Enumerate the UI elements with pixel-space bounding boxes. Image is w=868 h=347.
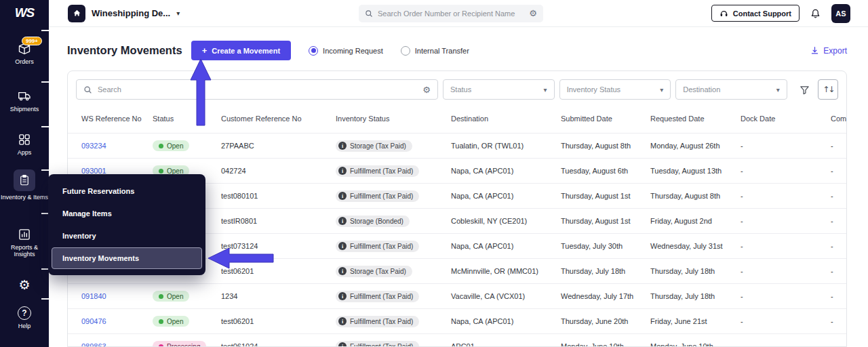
info-icon: i <box>338 242 347 250</box>
dock-date-cell: - <box>735 134 825 159</box>
sidebar-item-apps[interactable]: Apps <box>0 133 49 156</box>
filter-funnel-button[interactable] <box>796 81 814 98</box>
chevron-down-icon: ▾ <box>776 86 780 94</box>
customer-reference-cell: test073124 <box>216 234 330 259</box>
status-dot-icon <box>159 344 163 347</box>
info-icon: i <box>338 292 347 300</box>
col-destination: Destination <box>446 108 555 134</box>
search-icon <box>83 85 92 94</box>
dock-date-cell: - <box>735 159 825 184</box>
requested-date-cell: Tuesday, August 13th <box>645 159 735 184</box>
info-icon: i <box>338 267 347 275</box>
customer-reference-cell: testIR0801 <box>216 209 330 234</box>
chevron-down-icon: ▾ <box>544 86 547 94</box>
col-inventory-status: Inventory Status <box>330 108 446 134</box>
home-icon <box>68 5 85 22</box>
sidebar-item-label: Apps <box>18 149 32 156</box>
customer-reference-cell: test06201 <box>216 309 330 334</box>
menu-item-inventory-movements[interactable]: Inventory Movements <box>52 247 202 269</box>
contact-support-button[interactable]: Contact Support <box>711 5 800 22</box>
completed-date-cell: - <box>825 134 847 159</box>
status-label: Open <box>167 318 183 325</box>
table-header: WS Reference No Status Customer Referenc… <box>68 108 847 134</box>
status-label: Open <box>167 142 183 150</box>
info-icon: i <box>338 342 347 347</box>
menu-item-future-reservations[interactable]: Future Reservations <box>52 180 202 202</box>
search-settings-icon[interactable]: ⚙ <box>529 9 537 18</box>
sidebar-item-label: Orders <box>15 58 34 65</box>
submitted-date-cell: Thursday, July 18th <box>555 259 645 284</box>
requested-date-cell: Friday, June 21st <box>645 309 735 334</box>
destination-cell: Cobleskill, NY (CE201) <box>446 209 555 234</box>
status-label: Processing <box>167 343 200 347</box>
user-avatar[interactable]: AS <box>831 4 850 23</box>
status-filter-dropdown[interactable]: Status ▾ <box>443 79 555 100</box>
sidebar-item-orders[interactable]: 999+ Orders <box>0 42 49 65</box>
submitted-date-cell: Thursday, August 8th <box>555 134 645 159</box>
info-icon: i <box>338 317 347 325</box>
page-title: Inventory Movements <box>67 44 182 57</box>
sidebar-item-reports-insights[interactable]: Reports & Insights <box>0 228 49 258</box>
status-badge: Open <box>153 291 189 302</box>
sidebar-item-inventory-items[interactable]: Inventory & Items <box>0 169 49 201</box>
notifications-bell-icon[interactable] <box>810 8 821 19</box>
inventory-status-badge: i Storage (Tax Paid) <box>336 140 412 152</box>
destination-cell: Vacaville, CA (VCX01) <box>446 284 555 309</box>
table-row: 093234 Open 27PAABC i <box>68 134 847 159</box>
global-search-input[interactable] <box>378 9 524 18</box>
sidebar-divider <box>41 298 49 300</box>
radio-internal-transfer[interactable]: Internal Transfer <box>401 46 469 56</box>
dock-date-cell: - <box>735 234 825 259</box>
table-search-input[interactable] <box>98 85 417 94</box>
inventory-status-filter-dropdown[interactable]: Inventory Status ▾ <box>559 79 671 100</box>
sidebar-item-label: Shipments <box>10 106 39 113</box>
inventory-status-label: Fulfillment (Tax Paid) <box>350 243 413 250</box>
destination-filter-placeholder: Destination <box>683 85 720 94</box>
ws-reference-link[interactable]: 093234 <box>81 142 106 150</box>
destination-cell: Tualatin, OR (TWL01) <box>446 134 555 159</box>
customer-reference-cell: test06201 <box>216 259 330 284</box>
dock-date-cell: - <box>735 309 825 334</box>
radio-incoming-request[interactable]: Incoming Request <box>309 46 383 56</box>
sidebar-item-settings[interactable]: ⚙ <box>0 278 49 291</box>
ws-reference-link[interactable]: 089863 <box>81 342 106 347</box>
destination-filter-dropdown[interactable]: Destination ▾ <box>675 79 787 100</box>
workspace-switcher[interactable]: Wineshipping De... ▾ <box>68 5 180 22</box>
dock-date-cell: - <box>735 209 825 234</box>
customer-reference-cell: test061024 <box>216 334 330 347</box>
search-options-gear-icon[interactable]: ⚙ <box>422 85 431 94</box>
customer-reference-cell: 1234 <box>216 284 330 309</box>
info-icon: i <box>338 192 347 200</box>
radio-unselected-icon <box>401 46 410 56</box>
inventory-status-label: Fulfillment (Tax Paid) <box>350 293 413 300</box>
status-dot-icon <box>159 319 163 324</box>
radio-selected-icon <box>309 46 318 56</box>
ws-reference-link[interactable]: 091840 <box>81 292 106 300</box>
submitted-date-cell: Thursday, June 20th <box>555 309 645 334</box>
sidebar-item-label: Reports & Insights <box>0 244 49 258</box>
submitted-date-cell: Thursday, August 1st <box>555 184 645 209</box>
status-dot-icon <box>159 294 163 299</box>
create-movement-button[interactable]: + Create a Movement <box>191 41 291 60</box>
dock-date-cell: - <box>735 334 825 347</box>
gear-icon: ⚙ <box>18 278 30 291</box>
apps-grid-icon <box>18 133 31 146</box>
info-icon: i <box>338 142 347 150</box>
sidebar-item-label: Help <box>18 323 31 329</box>
info-icon: i <box>338 167 347 175</box>
sort-button[interactable]: ↑↓ <box>818 79 838 100</box>
menu-item-inventory[interactable]: Inventory <box>52 225 202 247</box>
inventory-status-badge: i Fulfillment (Tax Paid) <box>336 241 419 252</box>
sidebar-item-shipments[interactable]: Shipments <box>0 89 49 113</box>
requested-date-cell: Monday, August 26th <box>645 134 735 159</box>
destination-cell: Napa, CA (APC01) <box>446 234 555 259</box>
sidebar-item-help[interactable]: ? Help <box>0 306 49 329</box>
ws-reference-link[interactable]: 090476 <box>81 317 106 325</box>
menu-item-manage-items[interactable]: Manage Items <box>52 203 202 224</box>
export-button[interactable]: Export <box>810 46 847 56</box>
clipboard-icon <box>14 169 35 191</box>
search-icon <box>365 9 373 18</box>
completed-date-cell: - <box>825 259 847 284</box>
inventory-status-label: Fulfillment (Tax Paid) <box>350 318 413 325</box>
inventory-items-flyout-menu: Future Reservations Manage Items Invento… <box>48 174 205 275</box>
